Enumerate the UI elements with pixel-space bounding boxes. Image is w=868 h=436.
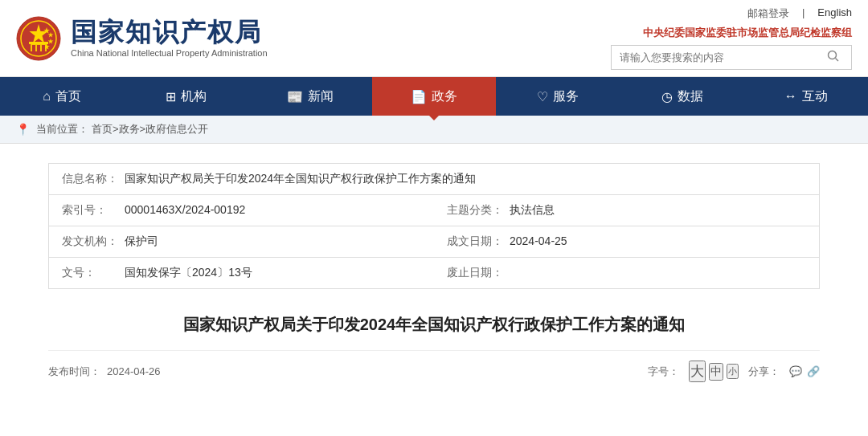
top-links: 邮箱登录 | English bbox=[747, 6, 852, 21]
share-label: 分享： bbox=[748, 365, 780, 379]
info-cell-org: 发文机构： 保护司 bbox=[49, 226, 434, 257]
info-label-expire: 废止日期： bbox=[447, 266, 503, 280]
breadcrumb-path: 首页>政务>政府信息公开 bbox=[92, 122, 208, 137]
nav-label-home: 首页 bbox=[55, 88, 81, 105]
logo-emblem-icon bbox=[16, 16, 61, 61]
svg-rect-8 bbox=[32, 45, 35, 51]
info-cell-index: 索引号： 00001463X/2024-00192 bbox=[49, 195, 434, 226]
share-wechat-icon[interactable]: 💬 bbox=[789, 365, 802, 377]
svg-point-12 bbox=[829, 51, 837, 59]
info-row-org: 发文机构： 保护司 成文日期： 2024-04-25 bbox=[49, 226, 819, 258]
breadcrumb-prefix: 当前位置： bbox=[36, 122, 88, 137]
article-meta-left: 发布时间： 2024-04-26 bbox=[48, 365, 161, 379]
header: 国家知识产权局 China National Intellectual Prop… bbox=[0, 0, 868, 77]
divider: | bbox=[802, 6, 805, 21]
gov-icon: 📄 bbox=[411, 89, 427, 104]
publish-label: 发布时间： bbox=[48, 365, 100, 379]
news-icon: 📰 bbox=[287, 89, 303, 104]
article-title: 国家知识产权局关于印发2024年全国知识产权行政保护工作方案的通知 bbox=[48, 312, 820, 337]
search-icon bbox=[827, 50, 840, 63]
nav-item-gov[interactable]: 📄 政务 bbox=[372, 77, 496, 116]
home-icon: ⌂ bbox=[43, 89, 51, 104]
info-row-index: 索引号： 00001463X/2024-00192 主题分类： 执法信息 bbox=[49, 195, 819, 226]
info-value-date: 2024-04-25 bbox=[510, 234, 567, 249]
info-label-docno: 文号： bbox=[62, 266, 118, 280]
search-button[interactable] bbox=[821, 46, 846, 69]
info-value-title: 国家知识产权局关于印发2024年全国知识产权行政保护工作方案的通知 bbox=[125, 172, 476, 186]
service-icon: ♡ bbox=[537, 89, 548, 104]
svg-rect-9 bbox=[37, 45, 40, 51]
org-icon: ⊞ bbox=[166, 89, 176, 104]
logo-en-text: China National Intellectual Property Adm… bbox=[71, 48, 268, 58]
info-table: 信息名称： 国家知识产权局关于印发2024年全国知识产权行政保护工作方案的通知 … bbox=[48, 163, 820, 289]
share-icons: 💬 🔗 bbox=[789, 365, 820, 377]
font-small-button[interactable]: 小 bbox=[727, 364, 739, 379]
info-cell-docno: 文号： 国知发保字〔2024〕13号 bbox=[49, 258, 434, 288]
nav-item-data[interactable]: ◷ 数据 bbox=[620, 77, 743, 116]
header-right: 邮箱登录 | English 中央纪委国家监委驻市场监管总局纪检监察组 bbox=[611, 6, 852, 70]
info-cell-title: 信息名称： 国家知识产权局关于印发2024年全国知识产权行政保护工作方案的通知 bbox=[49, 164, 819, 194]
info-cell-date: 成文日期： 2024-04-25 bbox=[434, 226, 819, 257]
nav-label-news: 新闻 bbox=[308, 88, 334, 105]
info-label-date: 成文日期： bbox=[447, 234, 503, 249]
logo-cn-text: 国家知识产权局 bbox=[71, 18, 268, 47]
nav-item-service[interactable]: ♡ 服务 bbox=[496, 77, 620, 116]
info-cell-expire: 废止日期： bbox=[434, 258, 819, 288]
info-label-org: 发文机构： bbox=[62, 234, 118, 249]
nav-label-interact: 互动 bbox=[802, 88, 828, 105]
interact-icon: ↔ bbox=[784, 89, 797, 104]
svg-line-13 bbox=[836, 59, 839, 62]
logo-text-area: 国家知识产权局 China National Intellectual Prop… bbox=[71, 18, 268, 58]
nav-label-gov: 政务 bbox=[432, 88, 457, 105]
info-value-org: 保护司 bbox=[125, 234, 158, 249]
info-label-index: 索引号： bbox=[62, 203, 118, 218]
main-nav: ⌂ 首页 ⊞ 机构 📰 新闻 📄 政务 ♡ 服务 ◷ 数据 ↔ 互动 bbox=[0, 77, 868, 116]
nav-label-data: 数据 bbox=[678, 88, 703, 105]
publish-date: 2024-04-26 bbox=[107, 365, 161, 377]
svg-rect-11 bbox=[29, 42, 48, 44]
logo-area: 国家知识产权局 China National Intellectual Prop… bbox=[16, 16, 268, 61]
font-label: 字号： bbox=[648, 365, 679, 379]
info-label-title: 信息名称： bbox=[62, 172, 118, 186]
font-size-controls: 大 中 小 bbox=[689, 361, 739, 382]
svg-rect-10 bbox=[42, 45, 45, 51]
info-cell-category: 主题分类： 执法信息 bbox=[434, 195, 819, 226]
article-meta: 发布时间： 2024-04-26 字号： 大 中 小 分享： 💬 🔗 bbox=[48, 350, 820, 382]
info-row-title: 信息名称： 国家知识产权局关于印发2024年全国知识产权行政保护工作方案的通知 bbox=[49, 164, 819, 195]
share-weibo-icon[interactable]: 🔗 bbox=[807, 365, 820, 377]
font-medium-button[interactable]: 中 bbox=[709, 363, 723, 381]
info-value-docno: 国知发保字〔2024〕13号 bbox=[125, 266, 252, 280]
nav-label-org: 机构 bbox=[181, 88, 207, 105]
search-box bbox=[611, 45, 852, 70]
mailbox-link[interactable]: 邮箱登录 bbox=[747, 6, 789, 21]
article-meta-right: 字号： 大 中 小 分享： 💬 🔗 bbox=[648, 361, 820, 382]
search-input[interactable] bbox=[612, 47, 821, 67]
nav-label-service: 服务 bbox=[553, 88, 579, 105]
nav-item-news[interactable]: 📰 新闻 bbox=[248, 77, 372, 116]
nav-item-org[interactable]: ⊞ 机构 bbox=[124, 77, 248, 116]
location-icon: 📍 bbox=[16, 123, 30, 136]
info-label-category: 主题分类： bbox=[447, 203, 503, 218]
font-large-button[interactable]: 大 bbox=[689, 361, 706, 382]
main-content: 信息名称： 国家知识产权局关于印发2024年全国知识产权行政保护工作方案的通知 … bbox=[0, 144, 868, 401]
nav-item-home[interactable]: ⌂ 首页 bbox=[0, 77, 124, 116]
header-notice: 中央纪委国家监委驻市场监管总局纪检监察组 bbox=[643, 26, 852, 40]
info-value-index: 00001463X/2024-00192 bbox=[125, 203, 245, 218]
data-icon: ◷ bbox=[661, 89, 673, 104]
info-row-docno: 文号： 国知发保字〔2024〕13号 废止日期： bbox=[49, 258, 819, 288]
english-link[interactable]: English bbox=[817, 6, 852, 21]
info-value-category: 执法信息 bbox=[510, 203, 555, 218]
nav-item-interact[interactable]: ↔ 互动 bbox=[744, 77, 868, 116]
